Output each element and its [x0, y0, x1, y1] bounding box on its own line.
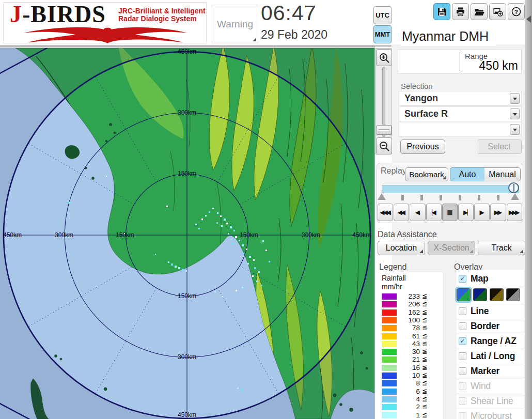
- chevron-down-icon[interactable]: [510, 93, 520, 104]
- checkbox[interactable]: [459, 397, 466, 405]
- play-reverse-icon: ◀: [415, 209, 418, 216]
- overlay-item-shear-line[interactable]: Shear Line: [457, 394, 524, 409]
- map-zoom-control: [375, 48, 392, 154]
- zoom-slider-thumb[interactable]: [377, 125, 392, 135]
- step-backward-button[interactable]: |◀: [426, 204, 442, 221]
- legend-color-swatch: [382, 412, 397, 418]
- replay-slider-track[interactable]: [382, 185, 519, 193]
- play-button[interactable]: ▶: [474, 204, 490, 221]
- legend-value: 6: [396, 387, 420, 395]
- selection-dropdown-3[interactable]: [399, 122, 522, 137]
- utc-button[interactable]: UTC: [373, 6, 392, 24]
- legend-operator: ≦: [422, 403, 427, 410]
- open-folder-button[interactable]: [471, 3, 488, 20]
- checkbox[interactable]: [459, 307, 466, 315]
- legend-value: 1: [396, 411, 420, 419]
- help-icon: ?: [511, 6, 522, 17]
- legend-color-swatch: [382, 380, 397, 386]
- legend-value: 21: [396, 355, 420, 363]
- zoom-out-button[interactable]: [376, 137, 392, 154]
- step-forward-button[interactable]: ▶|: [458, 204, 474, 221]
- location-button[interactable]: Location: [378, 241, 425, 255]
- legend-title: Rainfall mm/hr: [382, 274, 406, 291]
- chevron-down-icon[interactable]: [510, 108, 520, 119]
- overlay-item-lati-long[interactable]: Lati / Long: [457, 349, 524, 364]
- slider-start-marker[interactable]: [378, 193, 386, 200]
- overlay-item-map[interactable]: ✓Map: [457, 272, 524, 286]
- overlay-item-wind[interactable]: Wind: [457, 379, 524, 394]
- overlay-item-line[interactable]: Line: [457, 304, 524, 319]
- legend-value: 206: [396, 300, 420, 308]
- print-button[interactable]: [452, 3, 469, 20]
- legend-operator: ≦: [422, 387, 427, 395]
- selection-dropdown-1[interactable]: Yangon: [399, 91, 522, 106]
- mmt-button[interactable]: MMT: [373, 25, 392, 43]
- overlay-item-label: Border: [471, 321, 499, 332]
- map-style-swatch-3[interactable]: [490, 288, 504, 301]
- slider-tick: [401, 195, 404, 200]
- checkbox[interactable]: [459, 367, 466, 375]
- track-button[interactable]: Track: [478, 241, 525, 255]
- checkbox[interactable]: [459, 352, 466, 360]
- stop-button[interactable]: ■: [442, 204, 458, 221]
- map-style-swatch-1[interactable]: [457, 288, 471, 301]
- legend-operator: ≦: [422, 324, 427, 331]
- legend-color-swatch: [382, 317, 397, 323]
- toolbar: ?: [433, 3, 525, 20]
- ring-label: 150km: [178, 170, 196, 177]
- checkbox[interactable]: [459, 412, 466, 419]
- panel-splitter[interactable]: [525, 0, 532, 419]
- radar-map[interactable]: 450km300km150km150km300km450km450km300km…: [0, 46, 375, 419]
- fast-rewind-button[interactable]: ◀◀: [394, 204, 409, 221]
- chevron-down-icon[interactable]: [510, 124, 520, 135]
- manual-button[interactable]: Manual: [484, 167, 521, 181]
- skip-backward-icon: ◀◀◀: [380, 209, 389, 216]
- slider-tick: [459, 195, 461, 200]
- save-button[interactable]: [433, 3, 450, 20]
- overlay-item-range-az[interactable]: ✓Range / AZ: [457, 334, 524, 349]
- legend-operator: ≦: [422, 411, 427, 418]
- select-button[interactable]: Select: [477, 139, 522, 154]
- auto-button[interactable]: Auto: [450, 167, 485, 181]
- overlay-item-label: Lati / Long: [471, 351, 515, 362]
- collapse-panel-icon[interactable]: [526, 15, 531, 23]
- eagle-icon: [8, 26, 203, 43]
- overlay-item-microburst[interactable]: Microburst: [457, 409, 524, 419]
- map-style-swatch-2[interactable]: [473, 288, 487, 301]
- overlay-item-border[interactable]: Border: [457, 319, 524, 334]
- ring-label: 300km: [302, 231, 320, 239]
- skip-backward-button[interactable]: ◀◀◀: [378, 204, 393, 221]
- slider-end-marker[interactable]: [511, 193, 519, 200]
- overlay-item-marker[interactable]: Marker: [457, 364, 524, 379]
- checkbox[interactable]: ✓: [459, 337, 466, 345]
- logo-letter-j: J: [10, 1, 22, 27]
- ring-label: 150km: [116, 231, 134, 239]
- legend-color-swatch: [382, 293, 397, 300]
- replay-slider-handle[interactable]: [508, 182, 519, 193]
- clock-date: 29 Feb 2020: [261, 28, 327, 42]
- legend-color-swatch: [382, 301, 397, 307]
- map-style-swatch-4[interactable]: [506, 288, 520, 301]
- skip-forward-button[interactable]: ▶▶▶: [507, 204, 522, 221]
- ring-label: 150km: [178, 292, 196, 300]
- checkbox[interactable]: [459, 322, 466, 330]
- legend-color-swatch: [382, 356, 397, 363]
- warning-button[interactable]: Warning: [212, 5, 258, 43]
- legend-value: 162: [396, 308, 420, 316]
- selection-dropdown-2[interactable]: Surface R: [399, 106, 522, 121]
- slider-tick: [478, 195, 480, 200]
- x-section-button[interactable]: X-Section: [428, 241, 475, 255]
- legend-value: 78: [396, 324, 420, 332]
- previous-button[interactable]: Previous: [400, 139, 445, 154]
- fast-forward-button[interactable]: ▶▶: [490, 204, 506, 221]
- zoom-in-button[interactable]: [376, 49, 392, 66]
- checkbox[interactable]: ✓: [459, 275, 466, 283]
- checkbox[interactable]: [459, 382, 466, 390]
- play-reverse-button[interactable]: ◀: [410, 204, 425, 221]
- bookmark-button[interactable]: Bookmark: [405, 167, 448, 181]
- legend-label: Legend: [379, 262, 406, 272]
- help-button[interactable]: ?: [508, 3, 525, 20]
- legend-value: 43: [396, 340, 420, 348]
- capture-button[interactable]: [489, 3, 506, 20]
- ring-label: 300km: [178, 109, 196, 116]
